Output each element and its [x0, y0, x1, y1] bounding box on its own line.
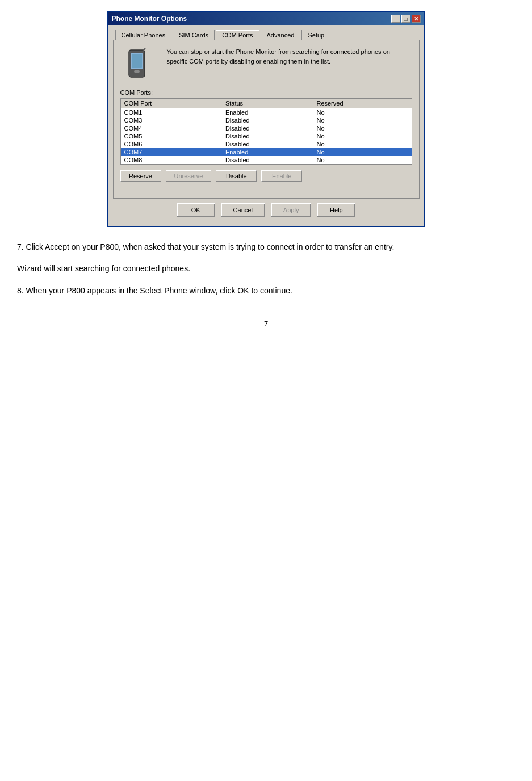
titlebar-buttons: _ □ ✕	[391, 15, 421, 23]
col-header-port: COM Port	[121, 99, 222, 108]
cell-status: Disabled	[222, 124, 313, 132]
table-row[interactable]: COM1EnabledNo	[121, 108, 412, 117]
apply-button[interactable]: Apply	[271, 203, 312, 217]
cell-port: COM8	[121, 156, 222, 164]
body-text: 7. Click Accept on your P800, when asked…	[17, 241, 515, 297]
table-row[interactable]: COM6DisabledNo	[121, 140, 412, 148]
cell-status: Disabled	[222, 116, 313, 124]
dialog-title: Phone Monitor Options	[112, 15, 187, 23]
info-area: You can stop or start the Phone Monitor …	[120, 47, 412, 81]
phone-icon	[120, 47, 160, 81]
table-header-row: COM Port Status Reserved	[121, 99, 412, 108]
dialog-wrapper: Phone Monitor Options _ □ ✕ Cellular Pho…	[17, 11, 515, 227]
com-table-body: COM1EnabledNoCOM3DisabledNoCOM4DisabledN…	[121, 108, 412, 165]
table-row[interactable]: COM8DisabledNo	[121, 156, 412, 164]
cancel-button[interactable]: Cancel	[221, 203, 265, 217]
paragraph-3: 8. When your P800 appears in the Select …	[17, 284, 515, 297]
com-ports-table-wrapper: COM Port Status Reserved COM1EnabledNoCO…	[120, 98, 412, 165]
tab-panel-com-ports: You can stop or start the Phone Monitor …	[113, 40, 420, 198]
action-buttons-row: Reserve Unreserve Disable Enable	[120, 170, 412, 182]
minimize-button[interactable]: _	[391, 15, 400, 23]
cell-status: Enabled	[222, 108, 313, 117]
cell-port: COM6	[121, 140, 222, 148]
cell-reserved: No	[313, 148, 411, 156]
cell-port: COM3	[121, 116, 222, 124]
com-ports-table: COM Port Status Reserved COM1EnabledNoCO…	[121, 99, 412, 164]
tab-sim-cards[interactable]: SIM Cards	[173, 30, 215, 40]
ok-button[interactable]: OK	[177, 203, 215, 217]
close-button[interactable]: ✕	[412, 15, 421, 23]
cell-status: Disabled	[222, 140, 313, 148]
reserve-button[interactable]: Reserve	[120, 170, 161, 182]
help-button[interactable]: Help	[317, 203, 355, 217]
tabs-bar: Cellular Phones SIM Cards COM Ports Adva…	[113, 30, 420, 40]
cell-status: Disabled	[222, 132, 313, 140]
table-row[interactable]: COM4DisabledNo	[121, 124, 412, 132]
com-ports-label: COM Ports:	[120, 89, 412, 96]
svg-rect-4	[132, 54, 142, 68]
paragraph-2: Wizard will start searching for connecte…	[17, 262, 515, 275]
svg-rect-2	[134, 70, 140, 73]
bottom-buttons-row: OK Cancel Apply Help	[113, 198, 420, 221]
unreserve-button[interactable]: Unreserve	[166, 170, 212, 182]
phone-monitor-options-dialog: Phone Monitor Options _ □ ✕ Cellular Pho…	[107, 11, 425, 227]
cell-port: COM7	[121, 148, 222, 156]
cell-reserved: No	[313, 116, 411, 124]
cell-reserved: No	[313, 108, 411, 117]
page-number: 7	[17, 320, 515, 328]
cell-reserved: No	[313, 156, 411, 164]
enable-button[interactable]: Enable	[261, 170, 302, 182]
dialog-titlebar: Phone Monitor Options _ □ ✕	[108, 12, 424, 25]
dialog-content: Cellular Phones SIM Cards COM Ports Adva…	[108, 25, 424, 226]
table-row[interactable]: COM5DisabledNo	[121, 132, 412, 140]
info-description: You can stop or start the Phone Monitor …	[167, 47, 412, 66]
tab-cellular-phones[interactable]: Cellular Phones	[115, 30, 172, 40]
cell-status: Enabled	[222, 148, 313, 156]
cell-reserved: No	[313, 132, 411, 140]
maximize-button[interactable]: □	[401, 15, 410, 23]
table-row[interactable]: COM3DisabledNo	[121, 116, 412, 124]
col-header-reserved: Reserved	[313, 99, 411, 108]
cell-reserved: No	[313, 124, 411, 132]
tab-setup[interactable]: Setup	[301, 30, 330, 40]
paragraph-1: 7. Click Accept on your P800, when asked…	[17, 241, 515, 253]
tab-com-ports[interactable]: COM Ports	[216, 30, 259, 40]
table-row[interactable]: COM7EnabledNo	[121, 148, 412, 156]
cell-status: Disabled	[222, 156, 313, 164]
tab-advanced[interactable]: Advanced	[261, 30, 301, 40]
cell-reserved: No	[313, 140, 411, 148]
disable-button[interactable]: Disable	[216, 170, 257, 182]
col-header-status: Status	[222, 99, 313, 108]
cell-port: COM1	[121, 108, 222, 117]
cell-port: COM4	[121, 124, 222, 132]
cell-port: COM5	[121, 132, 222, 140]
